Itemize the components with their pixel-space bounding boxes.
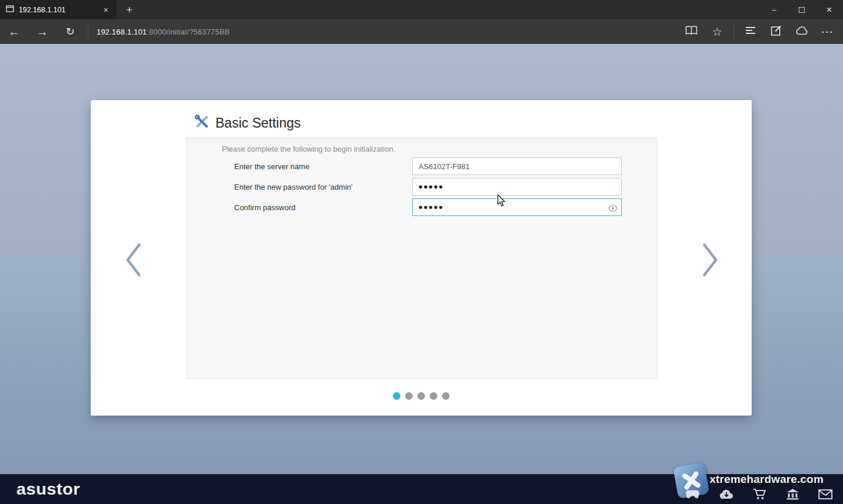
intro-text: Please complete the following to begin i… xyxy=(222,145,395,153)
refresh-button[interactable]: ↻ xyxy=(56,19,84,44)
forward-button[interactable]: → xyxy=(28,19,56,44)
minimize-button[interactable]: – xyxy=(760,0,788,19)
pagination-dot[interactable] xyxy=(393,392,400,400)
address-bar[interactable]: 192.168.1.101:8000/initial/?563775BB xyxy=(97,28,230,36)
asustor-logo: asustor xyxy=(16,480,80,499)
navbar-actions: ☆ ··· xyxy=(678,19,843,44)
server-name-field-wrap xyxy=(412,157,622,175)
new-password-label: Enter the new password for 'admin' xyxy=(234,183,412,191)
confirm-password-label: Confirm password xyxy=(234,203,412,212)
pagination-dot[interactable] xyxy=(405,392,413,400)
back-button[interactable]: ← xyxy=(0,19,28,44)
annotate-button[interactable] xyxy=(763,19,789,44)
card-title-row: Basic Settings xyxy=(194,114,301,132)
crossed-tools-icon xyxy=(194,114,210,132)
pagination-dot[interactable] xyxy=(430,392,437,400)
page-title: Basic Settings xyxy=(215,115,301,131)
address-host: 192.168.1.101 xyxy=(97,28,147,36)
new-password-input[interactable] xyxy=(412,178,622,196)
reading-view-icon xyxy=(686,26,697,37)
mail-icon xyxy=(818,489,832,502)
titlebar-drag-area xyxy=(142,0,760,19)
share-cloud-icon xyxy=(796,26,808,37)
watermark: xtremehardware.com xyxy=(672,462,841,503)
pagination-dot[interactable] xyxy=(442,392,450,400)
new-password-row: Enter the new password for 'admin' xyxy=(234,178,622,196)
cart-icon xyxy=(753,488,767,502)
browser-tab[interactable]: 192.168.1.101 × xyxy=(0,0,116,19)
favorites-button[interactable]: ☆ xyxy=(704,19,730,44)
tab-title: 192.168.1.101 xyxy=(19,6,97,14)
new-password-field-wrap xyxy=(412,178,622,196)
server-name-label: Enter the server name xyxy=(234,162,412,171)
cloud-download-icon xyxy=(719,489,734,502)
star-icon: ☆ xyxy=(712,25,722,39)
wizard-pagination xyxy=(91,392,752,400)
gamepad-icon xyxy=(685,489,700,502)
close-button[interactable]: × xyxy=(815,0,843,19)
browser-navbar: ← → ↻ 192.168.1.101:8000/initial/?563775… xyxy=(0,19,843,44)
confirm-password-input[interactable] xyxy=(412,198,622,216)
more-button[interactable]: ··· xyxy=(815,19,841,44)
navbar-divider xyxy=(734,25,734,38)
watermark-text: xtremehardware.com xyxy=(710,473,824,486)
share-button[interactable] xyxy=(789,19,815,44)
navbar-divider xyxy=(88,25,88,38)
eye-icon[interactable] xyxy=(608,204,618,214)
browser-titlebar: 192.168.1.101 × + – ☐ × xyxy=(0,0,843,19)
chevron-left-icon xyxy=(124,269,143,279)
server-name-input[interactable] xyxy=(412,157,622,175)
hub-icon xyxy=(745,26,756,37)
confirm-password-row: Confirm password xyxy=(234,198,622,216)
screen: 192.168.1.101 × + – ☐ × ← → ↻ 192.168.1.… xyxy=(0,0,843,504)
mouse-cursor xyxy=(497,194,506,210)
tab-favicon-icon xyxy=(6,5,14,14)
hub-button[interactable] xyxy=(738,19,763,44)
reading-view-button[interactable] xyxy=(678,19,704,44)
maximize-button[interactable]: ☐ xyxy=(788,0,815,19)
annotate-icon xyxy=(771,25,782,38)
settings-panel: Please complete the following to begin i… xyxy=(186,138,657,379)
tab-close-button[interactable]: × xyxy=(101,5,111,15)
chevron-right-icon xyxy=(700,269,720,279)
confirm-password-field-wrap xyxy=(412,198,622,216)
watermark-icons-row xyxy=(685,488,832,502)
previous-step-button[interactable] xyxy=(124,242,143,280)
setup-wizard-card: Basic Settings Please complete the follo… xyxy=(91,100,752,416)
page-background: Basic Settings Please complete the follo… xyxy=(0,44,843,474)
new-tab-button[interactable]: + xyxy=(116,0,142,19)
pagination-dot[interactable] xyxy=(417,392,425,400)
server-name-row: Enter the server name xyxy=(234,157,622,175)
bank-icon xyxy=(786,488,800,502)
address-path: :8000/initial/?563775BB xyxy=(147,28,230,36)
next-step-button[interactable] xyxy=(700,242,720,280)
